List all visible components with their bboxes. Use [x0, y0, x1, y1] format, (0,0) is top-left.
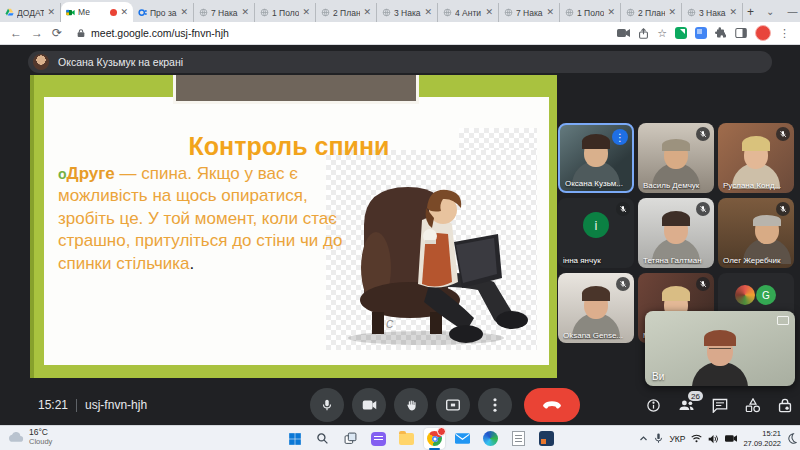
browser-tab[interactable]: 1 Поло ✕ [255, 3, 316, 22]
desktop-screen: ДОДАТ ✕ Ме ✕ Про за ✕ 7 Нака ✕ 1 Поло ✕ … [0, 0, 800, 450]
browser-tab[interactable]: 7 Нака ✕ [194, 3, 255, 22]
tab-close-icon[interactable]: ✕ [424, 8, 432, 17]
tab-close-icon[interactable]: ✕ [607, 8, 615, 17]
address-bar[interactable]: meet.google.com/usj-fnvn-hjh [71, 25, 608, 42]
tab-close-icon[interactable]: ✕ [120, 8, 128, 17]
wifi-icon[interactable] [691, 434, 702, 443]
more-options-button[interactable] [478, 388, 512, 422]
back-button[interactable]: ← [10, 27, 22, 39]
tab-close-icon[interactable]: ✕ [485, 8, 493, 17]
browser-menu-icon[interactable]: ⋮ [779, 27, 790, 40]
bookmark-star-icon[interactable]: ☆ [657, 27, 667, 40]
participant-tile[interactable]: і інна янчук [558, 198, 634, 268]
tray-camera-icon[interactable] [725, 434, 737, 443]
teams-chat-button[interactable] [368, 428, 389, 449]
browser-tab[interactable]: 7 Нака ✕ [499, 3, 560, 22]
participant-tile[interactable]: Олег Жеребчик [718, 198, 794, 268]
taskbar-clock[interactable]: 15:21 27.09.2022 [743, 429, 781, 448]
tab-label: Про за [150, 8, 177, 18]
tab-close-icon[interactable]: ✕ [668, 8, 676, 17]
leave-call-button[interactable] [524, 388, 580, 422]
presenter-avatar [33, 54, 49, 70]
refresh-button[interactable]: ⟳ [52, 27, 62, 39]
start-button[interactable] [284, 428, 305, 449]
windows-taskbar: 16°C Cloudy [0, 425, 800, 450]
tab-close-icon[interactable]: ✕ [363, 8, 371, 17]
document-app-button[interactable] [508, 428, 529, 449]
notification-badge [437, 427, 446, 436]
tab-close-icon[interactable]: ✕ [241, 8, 249, 17]
self-view-tile[interactable]: Ви [645, 311, 795, 386]
camera-indicator-icon[interactable] [617, 28, 630, 38]
camera-button[interactable] [352, 388, 386, 422]
browser-tab[interactable]: 4 Анти ✕ [438, 3, 499, 22]
app-button[interactable] [536, 428, 557, 449]
extensions-puzzle-icon[interactable] [715, 27, 727, 39]
chat-button[interactable] [712, 398, 728, 413]
presenting-banner: Оксана Кузьмук на екрані [28, 51, 772, 73]
slide-title: Контроль спини [124, 132, 454, 161]
edge-button[interactable] [480, 428, 501, 449]
participant-tile[interactable]: Oksana Gense... [558, 273, 634, 343]
expand-icon[interactable] [777, 316, 789, 325]
participant-initial-avatar: і [583, 212, 609, 238]
host-controls-button[interactable] [778, 398, 792, 413]
browser-tab[interactable]: Про за ✕ [133, 3, 194, 22]
browser-tab[interactable]: 3 Нака ✕ [377, 3, 438, 22]
side-panel-icon[interactable] [735, 27, 747, 39]
tab-close-icon[interactable]: ✕ [729, 8, 737, 17]
forward-button[interactable]: → [31, 27, 43, 39]
share-icon[interactable] [638, 28, 649, 39]
tab-close-icon[interactable]: ✕ [180, 8, 188, 17]
mic-off-icon [776, 127, 790, 141]
activities-button[interactable] [745, 398, 761, 413]
tab-close-icon[interactable]: ✕ [302, 8, 310, 17]
chrome-taskbar-button[interactable] [424, 428, 445, 449]
volume-icon[interactable] [708, 434, 719, 444]
participants-button[interactable]: 26 [678, 398, 695, 412]
browser-tab[interactable]: 3 Нака ✕ [682, 3, 743, 22]
participant-tile[interactable]: Василь Демчук [638, 123, 714, 193]
participant-name: інна янчук [563, 256, 631, 265]
tray-chevron-icon[interactable] [639, 434, 648, 443]
profile-avatar[interactable] [755, 25, 771, 41]
file-explorer-button[interactable] [396, 428, 417, 449]
browser-tab-meet-active[interactable]: Ме ✕ [61, 2, 133, 22]
browser-tab-drive[interactable]: ДОДАТ ✕ [0, 3, 61, 22]
slide-period: . [190, 254, 195, 273]
present-screen-button[interactable] [436, 388, 470, 422]
participant-tile[interactable]: Тетяна Галтман [638, 198, 714, 268]
meet-icon [66, 8, 75, 17]
browser-tab[interactable]: 2 План ✕ [316, 3, 377, 22]
meet-call-area: Оксана Кузьмук на екрані [0, 45, 800, 425]
globe-icon [687, 8, 696, 17]
browser-tab[interactable]: 2 План ✕ [621, 3, 682, 22]
tab-close-icon[interactable]: ✕ [546, 8, 554, 17]
globe-icon [199, 8, 208, 17]
browser-tab[interactable]: 1 Поло ✕ [560, 3, 621, 22]
tab-close-icon[interactable]: ✕ [47, 8, 55, 17]
search-button[interactable] [312, 428, 333, 449]
tab-search-chevron-icon[interactable]: ⌄ [766, 6, 774, 17]
participant-tile-active-speaker[interactable]: ⋮ Оксана Кузьм... [558, 123, 634, 193]
navbar-right-icons: ☆ ⋮ [617, 25, 790, 41]
mic-button[interactable] [310, 388, 344, 422]
participant-tile[interactable]: Руслана Конд... [718, 123, 794, 193]
meeting-details-button[interactable] [646, 398, 661, 413]
window-minimize-button[interactable]: — [787, 6, 797, 17]
window-controls: ⌄ — □ ✕ [756, 0, 800, 22]
tab-label: 2 План [638, 8, 665, 18]
tab-label: 2 План [333, 8, 360, 18]
task-view-button[interactable] [340, 428, 361, 449]
taskbar-weather-widget[interactable]: 16°C Cloudy [8, 428, 52, 446]
language-indicator[interactable]: УКР [669, 434, 685, 444]
mail-button[interactable] [452, 428, 473, 449]
notifications-moon-icon[interactable] [787, 433, 797, 444]
extension-green-icon[interactable] [675, 27, 687, 39]
raise-hand-button[interactable] [394, 388, 428, 422]
new-tab-button[interactable]: + [747, 3, 754, 21]
tile-options-button[interactable]: ⋮ [612, 129, 628, 145]
tray-mic-icon[interactable] [654, 433, 663, 444]
extension-blue-icon[interactable] [695, 27, 707, 39]
presenting-banner-text: Оксана Кузьмук на екрані [58, 56, 183, 68]
